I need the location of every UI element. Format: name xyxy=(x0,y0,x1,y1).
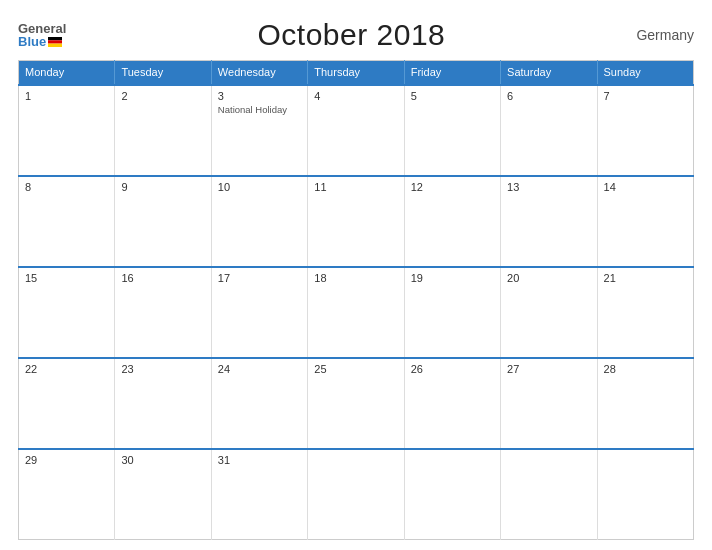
table-row: 25 xyxy=(308,358,404,449)
table-row: 5 xyxy=(404,85,500,176)
table-row: 27 xyxy=(501,358,597,449)
table-row: 6 xyxy=(501,85,597,176)
day-number: 23 xyxy=(121,363,204,375)
table-row: 21 xyxy=(597,267,693,358)
day-number: 8 xyxy=(25,181,108,193)
col-wednesday: Wednesday xyxy=(211,61,307,85)
calendar-week-row: 293031 xyxy=(19,449,694,540)
svg-rect-1 xyxy=(48,40,62,43)
table-row: 10 xyxy=(211,176,307,267)
col-thursday: Thursday xyxy=(308,61,404,85)
day-number: 7 xyxy=(604,90,687,102)
day-number: 14 xyxy=(604,181,687,193)
table-row: 19 xyxy=(404,267,500,358)
col-saturday: Saturday xyxy=(501,61,597,85)
holiday-label: National Holiday xyxy=(218,104,301,115)
table-row: 16 xyxy=(115,267,211,358)
calendar-week-row: 15161718192021 xyxy=(19,267,694,358)
table-row: 15 xyxy=(19,267,115,358)
month-title: October 2018 xyxy=(258,18,446,52)
table-row xyxy=(404,449,500,540)
table-row: 7 xyxy=(597,85,693,176)
table-row: 24 xyxy=(211,358,307,449)
day-number: 9 xyxy=(121,181,204,193)
day-number: 24 xyxy=(218,363,301,375)
table-row: 1 xyxy=(19,85,115,176)
table-row: 8 xyxy=(19,176,115,267)
table-row: 23 xyxy=(115,358,211,449)
day-number: 26 xyxy=(411,363,494,375)
table-row: 22 xyxy=(19,358,115,449)
day-number: 19 xyxy=(411,272,494,284)
day-number: 16 xyxy=(121,272,204,284)
day-number: 21 xyxy=(604,272,687,284)
day-number: 20 xyxy=(507,272,590,284)
col-friday: Friday xyxy=(404,61,500,85)
col-sunday: Sunday xyxy=(597,61,693,85)
day-number: 27 xyxy=(507,363,590,375)
page: General Blue October 2018 Germany Monday… xyxy=(0,0,712,550)
day-number: 15 xyxy=(25,272,108,284)
day-number: 4 xyxy=(314,90,397,102)
day-number: 30 xyxy=(121,454,204,466)
table-row: 31 xyxy=(211,449,307,540)
logo: General Blue xyxy=(18,22,66,48)
header: General Blue October 2018 Germany xyxy=(18,18,694,52)
day-number: 31 xyxy=(218,454,301,466)
day-number: 6 xyxy=(507,90,590,102)
col-monday: Monday xyxy=(19,61,115,85)
day-number: 11 xyxy=(314,181,397,193)
table-row: 26 xyxy=(404,358,500,449)
calendar-week-row: 891011121314 xyxy=(19,176,694,267)
table-row xyxy=(597,449,693,540)
table-row: 29 xyxy=(19,449,115,540)
table-row: 2 xyxy=(115,85,211,176)
day-number: 25 xyxy=(314,363,397,375)
day-number: 1 xyxy=(25,90,108,102)
day-number: 22 xyxy=(25,363,108,375)
table-row: 12 xyxy=(404,176,500,267)
table-row: 30 xyxy=(115,449,211,540)
svg-rect-2 xyxy=(48,43,62,46)
table-row: 28 xyxy=(597,358,693,449)
day-number: 2 xyxy=(121,90,204,102)
calendar-body: 123National Holiday456789101112131415161… xyxy=(19,85,694,540)
col-tuesday: Tuesday xyxy=(115,61,211,85)
country-label: Germany xyxy=(636,27,694,43)
calendar-header-row: Monday Tuesday Wednesday Thursday Friday… xyxy=(19,61,694,85)
svg-rect-0 xyxy=(48,37,62,40)
logo-blue-text: Blue xyxy=(18,35,66,48)
table-row xyxy=(501,449,597,540)
table-row: 18 xyxy=(308,267,404,358)
table-row: 11 xyxy=(308,176,404,267)
day-number: 28 xyxy=(604,363,687,375)
day-number: 13 xyxy=(507,181,590,193)
day-number: 12 xyxy=(411,181,494,193)
table-row: 14 xyxy=(597,176,693,267)
table-row: 9 xyxy=(115,176,211,267)
table-row xyxy=(308,449,404,540)
table-row: 17 xyxy=(211,267,307,358)
day-number: 10 xyxy=(218,181,301,193)
table-row: 20 xyxy=(501,267,597,358)
calendar-week-row: 123National Holiday4567 xyxy=(19,85,694,176)
day-number: 18 xyxy=(314,272,397,284)
calendar-week-row: 22232425262728 xyxy=(19,358,694,449)
logo-flag-icon xyxy=(48,37,62,47)
table-row: 13 xyxy=(501,176,597,267)
day-number: 3 xyxy=(218,90,301,102)
table-row: 3National Holiday xyxy=(211,85,307,176)
day-number: 17 xyxy=(218,272,301,284)
calendar-table: Monday Tuesday Wednesday Thursday Friday… xyxy=(18,60,694,540)
table-row: 4 xyxy=(308,85,404,176)
day-number: 29 xyxy=(25,454,108,466)
day-number: 5 xyxy=(411,90,494,102)
